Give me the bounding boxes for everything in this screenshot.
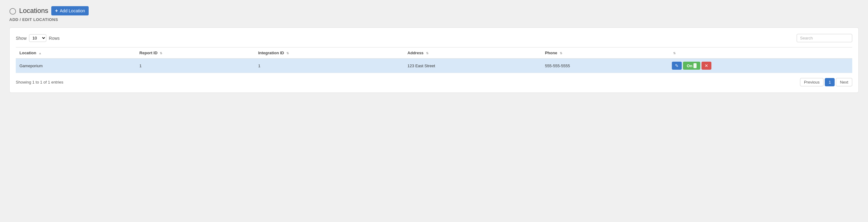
table-row: Gameporium11123 East Street555-555-5555✎…: [16, 59, 852, 73]
locations-table: Location ▲ Report ID ⇅ Integration ID ⇅ …: [16, 47, 852, 73]
cell-address: 123 East Street: [404, 59, 541, 73]
table-body: Gameporium11123 East Street555-555-5555✎…: [16, 59, 852, 73]
table-header: Location ▲ Report ID ⇅ Integration ID ⇅ …: [16, 47, 852, 59]
col-header-actions: ⇅: [668, 47, 852, 59]
show-label: Show: [16, 36, 27, 41]
previous-button[interactable]: Previous: [800, 78, 824, 86]
edit-button[interactable]: ✎: [672, 62, 682, 70]
toggle-button[interactable]: On: [683, 62, 700, 70]
col-header-phone[interactable]: Phone ⇅: [541, 47, 668, 59]
cell-location: Gameporium: [16, 59, 135, 73]
delete-button[interactable]: ✕: [702, 62, 711, 70]
page-title: Locations: [19, 7, 48, 15]
table-controls: Show 10 25 50 100 Rows: [16, 34, 852, 42]
rows-per-page-select[interactable]: 10 25 50 100: [29, 34, 46, 42]
search-input[interactable]: [797, 34, 852, 42]
col-header-report-id[interactable]: Report ID ⇅: [135, 47, 254, 59]
showing-text: Showing 1 to 1 of 1 entries: [16, 80, 63, 84]
location-icon: ◯: [9, 7, 16, 14]
sort-icon-address: ⇅: [426, 51, 428, 55]
col-header-address[interactable]: Address ⇅: [404, 47, 541, 59]
main-card: Show 10 25 50 100 Rows Location ▲ Report…: [9, 28, 859, 93]
actions-container: ✎On✕: [672, 62, 848, 70]
sort-icon-phone: ⇅: [560, 51, 562, 55]
next-button[interactable]: Next: [836, 78, 852, 86]
sort-icon-location: ▲: [39, 51, 42, 55]
col-header-integration-id[interactable]: Integration ID ⇅: [254, 47, 404, 59]
sort-icon-report-id: ⇅: [160, 51, 162, 55]
page-1-button[interactable]: 1: [825, 78, 835, 86]
add-location-label: Add Location: [60, 8, 85, 13]
cell-report-id: 1: [135, 59, 254, 73]
toggle-indicator: [693, 63, 696, 68]
cell-actions: ✎On✕: [668, 59, 852, 73]
table-footer: Showing 1 to 1 of 1 entries Previous 1 N…: [16, 78, 852, 86]
cell-phone: 555-555-5555: [541, 59, 668, 73]
show-rows-control: Show 10 25 50 100 Rows: [16, 34, 60, 42]
add-location-button[interactable]: + Add Location: [51, 6, 89, 15]
col-header-location[interactable]: Location ▲: [16, 47, 135, 59]
pagination: Previous 1 Next: [800, 78, 852, 86]
page-subtitle: ADD / EDIT LOCATIONS: [9, 17, 859, 22]
rows-label: Rows: [49, 36, 60, 41]
sort-icon-integration-id: ⇅: [286, 51, 289, 55]
cell-integration-id: 1: [254, 59, 404, 73]
page-header: ◯ Locations + Add Location: [9, 6, 859, 15]
sort-icon-actions: ⇅: [673, 51, 676, 55]
plus-icon: +: [55, 8, 58, 13]
